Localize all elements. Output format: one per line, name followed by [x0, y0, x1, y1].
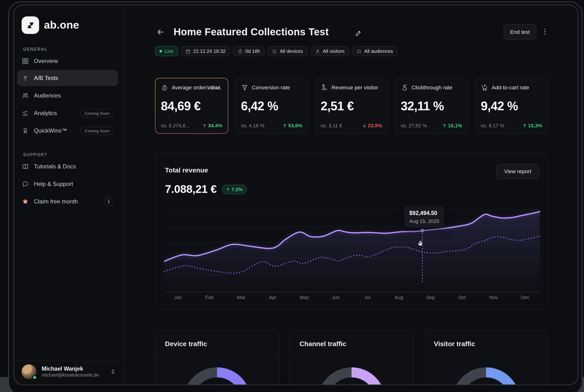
channel-traffic-donut[interactable] — [318, 367, 385, 385]
kpi-delta: 15,1% — [448, 123, 462, 128]
kpi-value: 32,11 % — [401, 99, 462, 113]
channel-traffic-card: Channel traffic — [289, 330, 414, 385]
chat-icon — [21, 180, 29, 188]
sidebar-item-tutorials[interactable]: Tutorials & Docs — [17, 158, 118, 174]
sidebar-item-ab-tests[interactable]: A/B Tests — [17, 70, 118, 86]
status-chips: Live 22.12.24 18:32 0d 18h All devices A… — [155, 46, 397, 56]
revenue-line-chart[interactable] — [155, 153, 549, 310]
sidebar-item-label: Help & Support — [34, 180, 73, 187]
section-label-support: SUPPORT — [23, 152, 47, 157]
revenue-per-visitor-icon: $ — [321, 84, 328, 91]
coming-soon-badge: Coming Soon — [81, 109, 114, 117]
sidebar-item-analytics[interactable]: Analytics Coming Soon — [17, 105, 118, 121]
kpi-value: 2,51 € — [321, 99, 382, 113]
kpi-delta: 15,3% — [528, 123, 542, 128]
sidebar-item-quickwins[interactable]: 1 QuickWins™ Coming Soon — [17, 122, 118, 138]
arrow-up-icon — [442, 123, 447, 128]
cart-download-icon — [481, 84, 488, 91]
kpi-value: 9,42 % — [481, 99, 542, 113]
sidebar-item-label: Audiences — [34, 92, 61, 99]
x-axis-label: Apr — [269, 295, 276, 300]
coming-soon-badge: Coming Soon — [81, 126, 114, 135]
visitor-traffic-donut[interactable] — [452, 367, 520, 385]
x-axis-label: Feb — [205, 295, 214, 300]
analytics-icon — [21, 109, 29, 117]
kpi-delta: 34,4% — [208, 123, 222, 128]
live-dot — [159, 50, 162, 52]
kpi-card-revenue-per-visitor[interactable]: $ Revenue per visitor 2,51 € vs. 3,11 € … — [315, 78, 388, 134]
x-axis-label: Jul — [364, 295, 371, 300]
audiences-icon — [21, 92, 29, 99]
kebab-menu-icon[interactable] — [541, 26, 549, 37]
arrow-up-icon — [202, 123, 207, 128]
x-axis-label: May — [300, 295, 309, 300]
sidebar-item-claim-free-month[interactable]: Claim free month 1 — [17, 193, 118, 210]
svg-text:$: $ — [164, 87, 165, 89]
tooltip-value: $92,494.50 — [409, 210, 440, 216]
end-test-button[interactable]: End test — [504, 24, 536, 40]
kpi-card-average-order-value[interactable]: $ Average order value GOAL 84,69 € vs. 5… — [155, 78, 228, 134]
star-icon — [21, 198, 29, 205]
kpi-title: Clickthrough rate — [412, 84, 452, 90]
chart-area-fill — [165, 212, 540, 292]
funnel-icon — [241, 84, 249, 91]
kpi-vs: vs. 3,11 € — [321, 123, 342, 128]
click-tap-icon — [401, 84, 408, 91]
arrow-down-icon — [362, 123, 367, 128]
x-axis-label: Mar — [237, 295, 245, 300]
money-bag-icon: $ — [161, 84, 168, 91]
chip-label: All visitors — [323, 48, 345, 54]
brand-name: ab.one — [44, 19, 79, 31]
device-traffic-title: Device traffic — [155, 330, 279, 358]
audiences-chip: All audiences — [352, 46, 398, 56]
sidebar-item-overview[interactable]: Overview — [17, 53, 118, 69]
kpi-title: Average order value — [172, 84, 220, 90]
kpi-card-add-to-cart-rate[interactable]: Add-to-cart rate 9,42 % vs. 8,17 % 15,3% — [475, 78, 549, 134]
x-axis-label: Jun — [332, 295, 340, 300]
tooltip-date: Aug 15, 2025 — [409, 218, 440, 224]
avatar — [21, 364, 36, 379]
calendar-icon — [185, 48, 191, 54]
x-axis-label: Jan — [174, 295, 182, 300]
back-arrow-icon[interactable] — [156, 28, 165, 36]
chip-label: All audiences — [364, 48, 393, 54]
arrow-up-icon — [522, 123, 527, 128]
duration-chip: 0d 18h — [233, 46, 264, 56]
kpi-value: 84,69 € — [161, 99, 222, 113]
kpi-card-clickthrough-rate[interactable]: Clickthrough rate 32,11 % vs. 27,92 % 15… — [395, 78, 468, 134]
overview-icon — [21, 57, 29, 64]
kpi-title: Conversion rate — [252, 84, 290, 90]
kpi-vs: vs. 5.274,6... — [161, 123, 190, 128]
sidebar-item-help[interactable]: Help & Support — [17, 176, 118, 192]
app-window: ab.one GENERAL Overview A/B Tests Aud — [13, 4, 579, 385]
sidebar-item-audiences[interactable]: Audiences — [17, 88, 118, 104]
edit-pencil-icon[interactable] — [355, 30, 362, 36]
chevron-up-down-icon[interactable] — [110, 368, 116, 375]
section-label-general: GENERAL — [23, 47, 47, 52]
x-axis-label: Dec — [521, 295, 530, 300]
kpi-card-conversion-rate[interactable]: Conversion rate 6,42 % vs. 4,18 % 53,6% — [235, 78, 309, 134]
kpi-value: 6,42 % — [241, 99, 303, 113]
sidebar-item-label: Overview — [34, 58, 58, 64]
visitors-chip: All visitors — [310, 46, 349, 56]
kpi-vs: vs. 4,18 % — [241, 123, 265, 128]
chip-label: All devices — [280, 48, 303, 54]
chip-label: Live — [165, 48, 174, 54]
arrow-up-icon — [282, 123, 287, 128]
x-axis-label: Aug — [395, 295, 403, 300]
kpi-title: Revenue per visitor — [331, 84, 378, 90]
user-name: Michael Wanjek — [42, 365, 99, 372]
x-axis-label: Oct — [458, 295, 466, 300]
start-date-chip: 22.12.24 18:32 — [181, 46, 230, 56]
kpi-vs: vs. 27,92 % — [401, 123, 427, 128]
sidebar-item-label: A/B Tests — [34, 75, 58, 82]
page-title: Home Featured Collections Test — [174, 26, 329, 38]
kpi-vs: vs. 8,17 % — [481, 123, 504, 128]
chart-tooltip: $92,494.50 Aug 15, 2025 — [404, 206, 445, 228]
device-traffic-donut[interactable] — [183, 367, 251, 385]
devices-chip: All devices — [267, 46, 307, 56]
user-profile[interactable]: Michael Wanjek michael@kreativkonnekt.de — [14, 360, 123, 384]
main-content: Home Featured Collections Test End test … — [123, 5, 578, 384]
visitor-traffic-card: Visitor traffic — [424, 330, 548, 385]
sidebar-item-label: QuickWins™ — [34, 127, 67, 134]
